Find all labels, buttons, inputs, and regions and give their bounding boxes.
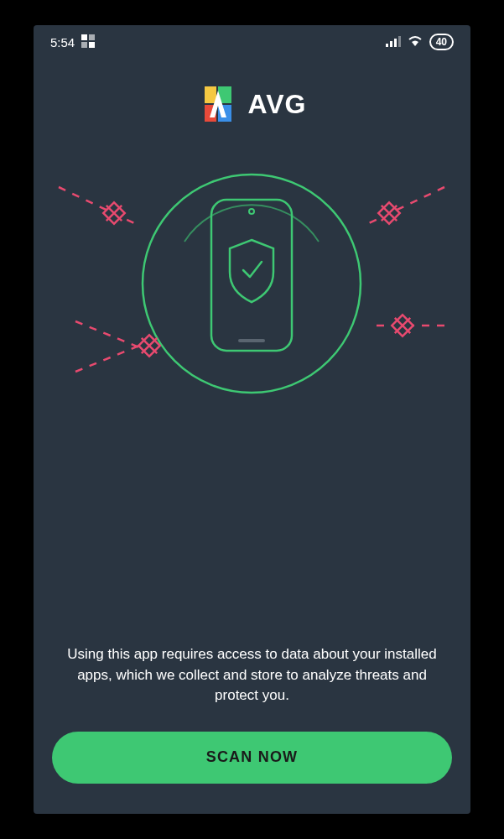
status-time: 5:54 (50, 35, 75, 50)
status-app-icon (81, 34, 95, 50)
svg-rect-2 (81, 42, 87, 48)
svg-rect-6 (394, 39, 397, 47)
svg-rect-17 (238, 339, 265, 342)
brand-name: AVG (248, 89, 307, 120)
status-bar: 5:54 (34, 25, 470, 59)
svg-rect-13 (231, 84, 235, 124)
status-right: 40 (386, 34, 454, 50)
disclaimer-text: Using this app requires access to data a… (34, 644, 470, 706)
status-left: 5:54 (50, 34, 95, 50)
svg-rect-1 (89, 34, 95, 40)
svg-rect-8 (203, 86, 216, 103)
brand-logo: AVG (34, 59, 470, 141)
svg-rect-5 (390, 41, 392, 47)
svg-rect-3 (89, 42, 95, 48)
scan-now-button[interactable]: SCAN NOW (52, 732, 452, 784)
svg-rect-4 (386, 44, 388, 47)
signal-icon (386, 35, 401, 50)
app-screen: 5:54 (34, 25, 470, 814)
svg-rect-0 (81, 34, 87, 40)
battery-indicator: 40 (429, 34, 454, 50)
avg-logo-icon (198, 84, 238, 124)
svg-rect-7 (398, 36, 401, 47)
hero-illustration (34, 141, 470, 443)
svg-point-14 (143, 175, 361, 393)
svg-line-18 (59, 187, 134, 223)
svg-line-22 (369, 187, 444, 223)
wifi-icon (408, 35, 423, 50)
svg-rect-12 (201, 84, 205, 124)
svg-point-16 (249, 209, 254, 214)
